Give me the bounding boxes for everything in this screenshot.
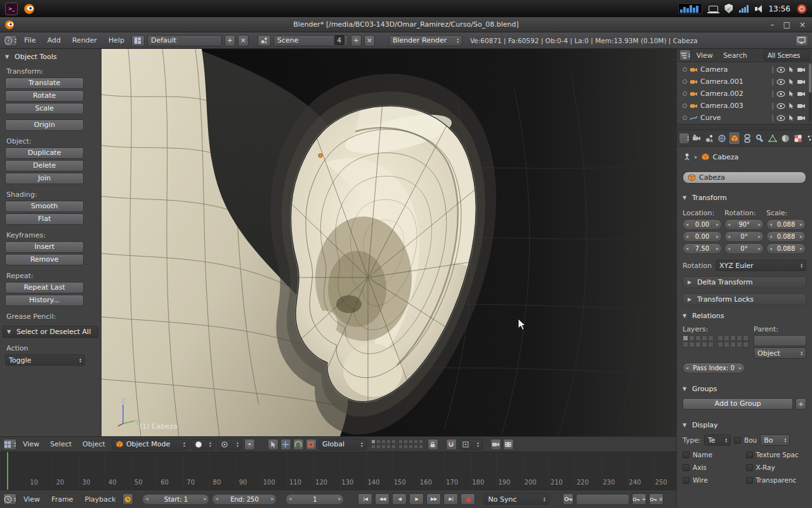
tab-texture[interactable] <box>792 131 804 145</box>
object-name-field[interactable]: Cabeza <box>683 171 806 184</box>
manipulator-toggle-button[interactable] <box>268 439 278 450</box>
info-editor-type-button[interactable]: i ▴▾ <box>4 35 17 46</box>
selectability-arrow-icon[interactable] <box>788 78 794 85</box>
renderability-camera-icon[interactable] <box>797 67 806 73</box>
play-button[interactable]: ▶ <box>409 493 424 505</box>
layer-toggle[interactable] <box>743 342 749 347</box>
display-xray-checkbox[interactable]: X-Ray <box>746 464 807 471</box>
insert-keyframes-button[interactable]: + <box>632 493 646 505</box>
duplicate-button[interactable]: Duplicate <box>5 147 84 159</box>
increment-icon[interactable]: ▸ <box>716 234 719 239</box>
tab-world[interactable] <box>716 131 728 145</box>
outliner-item-camera-001[interactable]: Camera.001 | <box>677 76 812 88</box>
viewport-3d[interactable]: ortho (1) Cabeza Z y <box>102 49 676 436</box>
display-wire-checkbox[interactable]: Wire <box>683 476 743 484</box>
increment-icon[interactable]: ▸ <box>758 222 761 227</box>
layer-toggle[interactable] <box>403 439 408 444</box>
volume-icon[interactable] <box>755 5 762 13</box>
preview-range-clock-button[interactable] <box>122 493 133 505</box>
scene-users-count[interactable]: 4 <box>334 36 344 45</box>
increment-icon[interactable]: ▸ <box>758 246 761 251</box>
visibility-eye-icon[interactable] <box>776 115 785 121</box>
checkbox-icon[interactable] <box>683 451 690 458</box>
selectability-arrow-icon[interactable] <box>788 66 794 73</box>
join-button[interactable]: Join <box>5 173 84 184</box>
layer-toggle[interactable] <box>743 335 749 341</box>
display-name-checkbox[interactable]: Name <box>683 451 743 458</box>
layer-toggle[interactable] <box>371 439 376 444</box>
view3d-object-menu[interactable]: Object <box>78 440 110 448</box>
breadcrumb-object-name[interactable]: Cabeza <box>713 153 739 161</box>
view3d-select-menu[interactable]: Select <box>46 440 76 448</box>
expand-dot-icon[interactable] <box>683 79 687 84</box>
layer-toggle[interactable] <box>391 439 396 444</box>
layer-toggle[interactable] <box>724 335 730 341</box>
display-panel-header[interactable]: ▼ Display <box>683 421 806 429</box>
delete-layout-button[interactable]: × <box>238 35 249 46</box>
renderability-camera-icon[interactable] <box>797 91 806 97</box>
delete-keyframes-button[interactable]: × <box>649 493 664 505</box>
delta-transform-panel-header[interactable]: ▶ Delta Transform <box>683 276 806 288</box>
visibility-eye-icon[interactable] <box>776 79 785 85</box>
checkbox-icon[interactable] <box>734 437 741 444</box>
layers-grid-left[interactable] <box>683 335 714 347</box>
object-tools-panel-header[interactable]: ▼ Object Tools <box>5 53 84 61</box>
timeline-view-menu[interactable]: View <box>19 495 44 504</box>
expand-dot-icon[interactable] <box>683 67 687 72</box>
blender-launcher-icon[interactable] <box>23 3 36 15</box>
rotation-y-field[interactable]: ◂0°▸ <box>724 231 764 242</box>
layer-toggle[interactable] <box>376 439 381 444</box>
viewport-shading-dropdown[interactable]: ▴▾ <box>191 439 215 450</box>
scale-manipulator-button[interactable] <box>306 439 317 450</box>
visibility-eye-icon[interactable] <box>776 91 785 97</box>
layer-toggle[interactable] <box>683 342 688 347</box>
layer-toggle[interactable] <box>689 342 695 347</box>
menu-add[interactable]: Add <box>43 36 65 44</box>
layers-grid-right[interactable] <box>717 335 749 347</box>
timeline-editor-type-button[interactable]: ▴▾ <box>3 493 16 505</box>
rotation-mode-dropdown[interactable]: XYZ Euler ▴▾ <box>716 260 806 271</box>
timeline-ruler[interactable]: 1020304050607080901001101201301401501601… <box>21 479 674 486</box>
end-frame-field[interactable]: ◂ End: 250 ▸ <box>212 494 277 505</box>
bounds-checkbox[interactable]: Bou <box>734 436 757 444</box>
layer-toggle[interactable] <box>398 444 403 449</box>
pass-index-field[interactable]: ◂ Pass Index: 0 ▸ <box>683 363 745 373</box>
close-button[interactable]: × <box>799 20 806 29</box>
layer-toggle[interactable] <box>419 444 423 449</box>
timeline-playback-menu[interactable]: Playback <box>80 495 120 504</box>
display-texture-space-checkbox[interactable]: Texture Spac <box>746 451 807 458</box>
tab-material[interactable] <box>779 131 791 145</box>
layer-toggle[interactable] <box>689 335 695 341</box>
window-title-bar[interactable]: Blender* [/media/BC03-143D/Omar_Ramirez/… <box>0 17 812 32</box>
layer-toggle[interactable] <box>381 439 386 444</box>
increment-icon[interactable]: ▸ <box>800 246 802 251</box>
layer-toggle[interactable] <box>695 342 701 347</box>
update-shield-icon[interactable]: ✓ <box>724 4 733 13</box>
layer-toggle[interactable] <box>730 342 736 347</box>
draw-type-dropdown[interactable]: Te ▴▾ <box>704 434 731 446</box>
layer-toggle[interactable] <box>386 439 391 444</box>
system-monitor-indicator-icon[interactable] <box>678 3 702 14</box>
timeline-frame-menu[interactable]: Frame <box>47 495 77 504</box>
jump-prev-keyframe-button[interactable]: ◀◀ <box>375 493 390 505</box>
render-engine-dropdown[interactable]: Blender Render ▴▾ <box>389 35 462 46</box>
groups-panel-header[interactable]: ▼ Groups <box>683 385 806 393</box>
renderability-camera-icon[interactable] <box>797 103 806 109</box>
location-z-field[interactable]: ◂7.50▸ <box>683 243 722 254</box>
add-scene-button[interactable]: + <box>351 35 362 46</box>
maximize-button[interactable]: □ <box>783 20 790 29</box>
display-indicator-icon[interactable] <box>709 6 718 12</box>
sync-dropdown[interactable]: No Sync ▴▾ <box>484 493 549 505</box>
layer-toggle[interactable] <box>391 444 396 449</box>
tab-object[interactable] <box>728 131 740 145</box>
layer-toggle[interactable] <box>737 335 742 341</box>
layer-toggle[interactable] <box>717 342 723 347</box>
start-frame-field[interactable]: ◂ Start: 1 ▸ <box>142 494 209 505</box>
parent-type-dropdown[interactable]: Object ▴▾ <box>754 347 806 359</box>
expand-dot-icon[interactable] <box>683 91 687 96</box>
outliner-item-camera-002[interactable]: Camera.002 | <box>677 88 812 100</box>
layer-toggle[interactable] <box>683 335 688 341</box>
view3d-editor-type-button[interactable]: ▴▾ <box>3 439 16 450</box>
rotation-z-field[interactable]: ◂0°▸ <box>724 243 764 254</box>
location-y-field[interactable]: ◂0.00▸ <box>683 231 722 242</box>
